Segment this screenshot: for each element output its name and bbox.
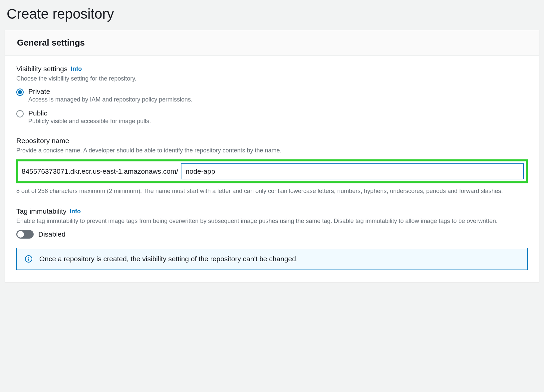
- visibility-info-link[interactable]: Info: [71, 66, 82, 73]
- general-settings-heading: General settings: [17, 38, 527, 48]
- visibility-label: Visibility settings: [16, 65, 68, 73]
- radio-private[interactable]: [16, 89, 24, 96]
- repo-name-label: Repository name: [16, 137, 69, 145]
- tag-immutability-label: Tag immutability: [16, 207, 67, 215]
- radio-private-desc: Access is managed by IAM and repository …: [28, 96, 528, 103]
- tag-immutability-state: Disabled: [38, 230, 66, 238]
- radio-public[interactable]: [16, 110, 24, 117]
- visibility-notice-text: Once a repository is created, the visibi…: [39, 255, 298, 263]
- page-title: Create repository: [0, 0, 544, 30]
- repo-name-constraint: 8 out of 256 characters maximum (2 minim…: [16, 187, 528, 195]
- repo-name-highlight: 845576373071.dkr.ecr.us-east-1.amazonaws…: [16, 159, 528, 183]
- visibility-notice: Once a repository is created, the visibi…: [16, 248, 528, 270]
- general-settings-panel: General settings Visibility settings Inf…: [5, 30, 539, 282]
- tag-immutability-section: Tag immutability Info Enable tag immutab…: [16, 207, 528, 239]
- panel-header: General settings: [5, 30, 539, 56]
- tag-immutability-description: Enable tag immutability to prevent image…: [16, 217, 528, 225]
- svg-point-2: [28, 257, 29, 258]
- tag-immutability-toggle[interactable]: [16, 230, 34, 239]
- repo-name-description: Provide a concise name. A developer shou…: [16, 146, 528, 155]
- info-icon: [25, 255, 33, 263]
- tag-immutability-info-link[interactable]: Info: [70, 208, 81, 215]
- repo-name-section: Repository name Provide a concise name. …: [16, 137, 528, 195]
- visibility-section: Visibility settings Info Choose the visi…: [16, 65, 528, 125]
- visibility-option-public[interactable]: Public Publicly visible and accessible f…: [16, 109, 528, 125]
- radio-public-desc: Publicly visible and accessible for imag…: [28, 118, 528, 125]
- visibility-option-private[interactable]: Private Access is managed by IAM and rep…: [16, 88, 528, 103]
- repo-name-input[interactable]: [181, 163, 524, 179]
- visibility-description: Choose the visibility setting for the re…: [16, 74, 528, 83]
- radio-public-label: Public: [28, 109, 528, 117]
- radio-private-label: Private: [28, 88, 528, 96]
- repo-name-prefix: 845576373071.dkr.ecr.us-east-1.amazonaws…: [20, 164, 179, 179]
